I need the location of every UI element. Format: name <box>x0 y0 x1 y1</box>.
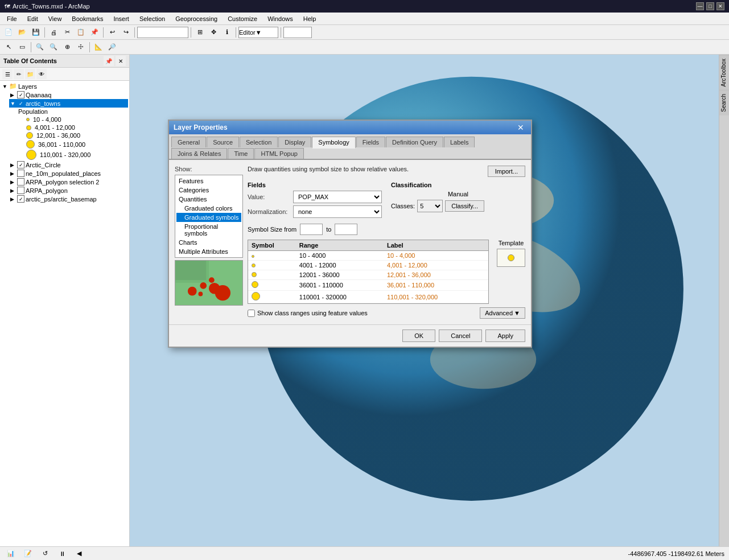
size-to-label: to <box>326 226 331 233</box>
show-charts[interactable]: Charts <box>176 238 241 247</box>
svg-point-15 <box>198 292 203 297</box>
cancel-btn[interactable]: Cancel <box>439 330 482 342</box>
sym-cell-4 <box>248 280 296 291</box>
thumbnail-svg <box>175 261 242 305</box>
advanced-label: Advanced <box>485 310 513 316</box>
tab-selection[interactable]: Selection <box>240 137 278 147</box>
table-template-row: Symbol Range Label 10 - 40 <box>248 240 525 304</box>
show-proportional-symbols[interactable]: Proportional symbols <box>176 222 241 238</box>
col-range: Range <box>296 240 384 251</box>
range-cell-4: 36001 - 110000 <box>296 280 384 291</box>
table-row[interactable]: 36001 - 110000 36,001 - 110,000 <box>248 280 488 291</box>
table-row[interactable]: 4001 - 12000 4,001 - 12,000 <box>248 261 488 270</box>
col-extra <box>477 240 488 251</box>
sym-cell-2 <box>248 261 296 270</box>
ok-btn[interactable]: OK <box>402 330 435 342</box>
size-to-input[interactable]: 12 <box>335 224 357 235</box>
dialog-tab-bar: General Source Selection Display Symbolo… <box>169 134 531 160</box>
range-cell-1: 10 - 4000 <box>296 251 384 261</box>
sym-icon-2 <box>252 263 256 267</box>
table-row[interactable]: 10 - 4000 10 - 4,000 <box>248 251 488 261</box>
tab-symbology[interactable]: Symbology <box>312 137 355 149</box>
dialog-close-btn[interactable]: ✕ <box>515 122 526 133</box>
range-cell-5: 110001 - 320000 <box>296 291 384 303</box>
extra-3 <box>477 270 488 280</box>
template-dot <box>508 254 514 261</box>
advanced-btn[interactable]: Advanced ▼ <box>480 307 525 319</box>
template-section: Template <box>497 240 525 304</box>
tab-labels[interactable]: Labels <box>444 137 475 147</box>
layer-properties-dialog: Layer Properties ✕ General Source Select… <box>168 120 532 348</box>
value-combo[interactable]: POP_MAX <box>293 191 382 203</box>
svg-point-13 <box>215 285 230 300</box>
sym-icon-4 <box>252 281 258 288</box>
table-row[interactable]: 110001 - 320000 110,001 - 320,000 <box>248 291 488 303</box>
col-label: Label <box>384 240 477 251</box>
tab-html-popup[interactable]: HTML Popup <box>254 148 303 159</box>
norm-combo[interactable]: none <box>293 205 382 218</box>
tab-time[interactable]: Time <box>228 148 254 159</box>
show-categories[interactable]: Categories <box>176 186 241 195</box>
extra-1 <box>477 251 488 261</box>
extra-4 <box>477 280 488 291</box>
show-graduated-symbols[interactable]: Graduated symbols <box>176 213 241 222</box>
label-cell-2: 4,001 - 12,000 <box>384 261 477 270</box>
show-label: Show: <box>175 166 243 172</box>
dialog-title: Layer Properties <box>174 123 228 131</box>
svg-point-11 <box>200 282 207 289</box>
size-from-label: Symbol Size from <box>248 226 296 233</box>
classes-label: Classes: <box>391 203 415 209</box>
value-label: Value: <box>248 193 293 200</box>
classify-btn[interactable]: Classify... <box>445 200 484 212</box>
range-cell-2: 4001 - 12000 <box>296 261 384 270</box>
sym-icon-5 <box>252 292 260 300</box>
apply-btn[interactable]: Apply <box>485 330 525 342</box>
fields-section: Fields Value: POP_MAX Normalization: <box>248 182 382 220</box>
symbol-size-row: Symbol Size from 4 to 12 <box>248 224 525 235</box>
table-row[interactable]: 12001 - 36000 12,001 - 36,000 <box>248 270 488 280</box>
content-description: Draw quantities using symbol size to sho… <box>248 166 488 172</box>
advanced-arrow-icon: ▼ <box>514 310 520 316</box>
label-cell-3: 12,001 - 36,000 <box>384 270 477 280</box>
tab-source[interactable]: Source <box>207 137 239 147</box>
extra-2 <box>477 261 488 270</box>
show-ranges-label: Show class ranges using feature values <box>257 310 368 316</box>
classes-select[interactable]: 5 3 4 6 7 <box>417 200 443 212</box>
show-list: Features Categories Quantities Graduated… <box>175 175 243 258</box>
tab-general[interactable]: General <box>171 137 206 147</box>
import-btn[interactable]: Import... <box>488 166 525 177</box>
range-cell-3: 12001 - 36000 <box>296 270 384 280</box>
col-symbol: Symbol <box>248 240 296 251</box>
label-cell-5: 110,001 - 320,000 <box>384 291 477 303</box>
tab-joins-relates[interactable]: Joins & Relates <box>171 148 227 159</box>
label-cell-1: 10 - 4,000 <box>384 251 477 261</box>
show-quantities[interactable]: Quantities <box>176 195 241 204</box>
svg-rect-16 <box>176 261 207 280</box>
dialog-main-row: Show: Features Categories Quantities Gra… <box>175 166 525 319</box>
template-btn[interactable] <box>497 249 525 267</box>
tab-fields[interactable]: Fields <box>356 137 385 147</box>
show-graduated-colors[interactable]: Graduated colors <box>176 204 241 213</box>
class-inner: Classes: 5 3 4 6 7 Classify... <box>391 200 525 212</box>
sym-icon-3 <box>252 272 257 277</box>
bottom-row: Show class ranges using feature values A… <box>248 307 525 319</box>
svg-point-10 <box>188 287 197 296</box>
show-ranges-checkbox[interactable] <box>248 310 255 317</box>
size-from-input[interactable]: 4 <box>300 224 323 235</box>
show-multiple-attributes[interactable]: Multiple Attributes <box>176 247 241 256</box>
fields-class-row: Fields Value: POP_MAX Normalization: <box>248 182 525 220</box>
tab-display[interactable]: Display <box>278 137 311 147</box>
show-features[interactable]: Features <box>176 176 241 186</box>
sym-cell-1 <box>248 251 296 261</box>
show-ranges: Show class ranges using feature values <box>248 310 368 317</box>
label-cell-4: 36,001 - 110,000 <box>384 280 477 291</box>
sym-icon-1 <box>252 255 254 258</box>
tab-definition-query[interactable]: Definition Query <box>386 137 443 147</box>
template-label: Template <box>499 240 524 246</box>
norm-label: Normalization: <box>248 208 293 215</box>
symbol-table-container: Symbol Range Label 10 - 40 <box>248 240 489 304</box>
content-area: Draw quantities using symbol size to sho… <box>248 166 525 319</box>
sym-cell-5 <box>248 291 296 303</box>
dialog-footer: OK Cancel Apply <box>169 324 531 347</box>
class-type: Manual <box>448 191 468 197</box>
